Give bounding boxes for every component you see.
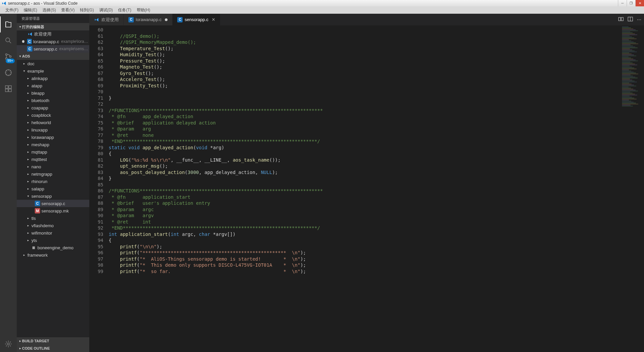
tree-item-label: example [27,69,44,74]
tree-item[interactable]: sensorapp [17,192,89,200]
editor-body[interactable]: 6061626364656667686970717273747576777879… [89,25,644,352]
menu-任务[interactable]: 任务(T) [115,7,134,14]
twisty-icon [26,194,30,198]
tree-item[interactable]: lorawanapp [17,134,89,141]
tree-item[interactable]: helloworld [17,119,89,126]
activity-settings[interactable] [0,336,17,352]
c-file-icon: C [128,17,134,22]
tabs-row: 欢迎使用Clorawanapp.cCsensorapp.c✕ ⋯ [89,14,644,25]
svg-rect-7 [5,89,8,92]
file-tree[interactable]: docexamplealinkappatappbleappbluetoothco… [17,60,89,337]
tab-label: sensorapp.c [185,17,208,22]
twisty-icon [26,84,30,87]
tree-item-label: linuxapp [31,127,47,133]
open-editor-item[interactable]: Clorawanapp.cexample\lorawa... [17,38,89,45]
menu-选择[interactable]: 选择(S) [40,7,59,14]
split-editor-icon[interactable] [628,16,633,23]
svg-rect-8 [9,89,11,92]
tab-label: 欢迎使用 [101,17,119,23]
vscode-icon [94,17,99,22]
twisty-icon [26,216,30,220]
tree-item[interactable]: rhinorun [17,178,89,185]
minimize-button[interactable]: ─ [618,0,627,6]
more-actions-icon[interactable]: ⋯ [637,17,641,22]
tree-item[interactable]: alinkapp [17,75,89,82]
tree-item[interactable]: nano [17,163,89,170]
dirty-indicator [165,18,168,21]
tree-item[interactable]: mqtttest [17,156,89,163]
c-file-icon: C [177,17,183,22]
tree-item[interactable]: meshapp [17,141,89,148]
tree-item[interactable]: doc [17,60,89,67]
editor-tab[interactable]: Csensorapp.c✕ [173,14,220,25]
project-header[interactable]: ▾ AOS [17,53,89,60]
open-editor-item[interactable]: 欢迎使用 [17,30,89,38]
tree-item[interactable]: wifimonitor [17,229,89,237]
menu-文件[interactable]: 文件(F) [3,7,21,14]
tree-item-label: framework [27,253,48,258]
tree-item-label: doc [27,61,34,66]
svg-point-1 [6,54,7,56]
tree-item[interactable]: yts [17,237,89,244]
tree-item[interactable]: coapblock [17,111,89,119]
close-button[interactable]: ✕ [635,0,644,6]
window-titlebar: sensorapp.c - aos - Visual Studio Code ─… [0,0,644,6]
menu-编辑[interactable]: 编辑(E) [21,7,40,14]
tree-item[interactable]: example [17,67,89,75]
menu-调试[interactable]: 调试(D) [97,7,116,14]
editor-tab[interactable]: Clorawanapp.c [124,14,173,25]
tab-close-icon[interactable]: ✕ [212,17,215,22]
menu-转到[interactable]: 转到(G) [77,7,96,14]
activity-scm[interactable]: 99+ [0,49,17,65]
activity-explorer[interactable] [0,16,17,32]
code-area[interactable]: //QSPI_demo(); //QSPI_MemoryMapped_demo(… [109,25,644,352]
tree-item[interactable]: atapp [17,82,89,89]
compare-icon[interactable] [618,16,624,23]
maximize-button[interactable]: ❐ [627,0,635,6]
tree-item[interactable]: salapp [17,185,89,192]
menu-查看[interactable]: 查看(V) [59,7,77,14]
tree-item[interactable]: framework [17,251,89,259]
activity-extensions[interactable] [0,81,17,97]
section-header[interactable]: ▸CODE OUTLINE [17,345,89,352]
tree-item[interactable]: netmgrapp [17,170,89,178]
vscode-app-icon [1,1,7,6]
sidebar: 资源管理器 ▾ 打开的编辑器 欢迎使用Clorawanapp.cexample\… [17,14,89,352]
minimap[interactable] [622,26,639,352]
open-editor-detail: example\sensor... [59,47,89,51]
menu-帮助[interactable]: 帮助(H) [134,7,153,14]
tree-item[interactable]: bleapp [17,89,89,97]
window-controls: ─ ❐ ✕ [618,0,644,6]
activity-bar: 99+ [0,14,17,352]
tree-item[interactable]: Csensorapp.c [17,200,89,207]
editor-tab[interactable]: 欢迎使用 [89,14,124,25]
tree-item-label: helloworld [31,120,51,125]
tree-item[interactable]: linuxapp [17,126,89,134]
section-header[interactable]: ▸BUILD TARGET [17,337,89,345]
tree-item-label: alinkapp [31,76,47,81]
tree-item[interactable]: mqttapp [17,148,89,156]
tree-item[interactable]: tls [17,214,89,222]
tree-item[interactable]: Msensorapp.mk [17,207,89,214]
open-editor-item[interactable]: Csensorapp.cexample\sensor... [17,45,89,53]
tree-item-label: mqtttest [31,157,47,162]
activity-debug[interactable] [0,65,17,81]
scm-badge: 99+ [6,59,15,63]
tree-item[interactable]: coapapp [17,104,89,111]
tree-item[interactable]: ≣boneengine_demo [17,244,89,251]
twisty-icon [26,224,30,227]
menubar: 文件(F)编辑(E)选择(S)查看(V)转到(G)调试(D)任务(T)帮助(H) [0,6,644,14]
c-file-icon: C [35,201,40,206]
twisty-icon [26,158,30,161]
activity-search[interactable] [0,32,17,49]
open-editors-header[interactable]: ▾ 打开的编辑器 [17,23,89,30]
tree-item-label: rhinorun [31,179,47,184]
twisty-icon [22,62,26,65]
tree-item-label: nano [31,164,41,169]
twisty-icon [22,253,26,257]
tree-item-label: lorawanapp [31,135,54,140]
tree-item[interactable]: vflashdemo [17,222,89,229]
twisty-icon [26,128,30,131]
tree-item[interactable]: bluetooth [17,97,89,104]
svg-rect-10 [619,17,621,21]
